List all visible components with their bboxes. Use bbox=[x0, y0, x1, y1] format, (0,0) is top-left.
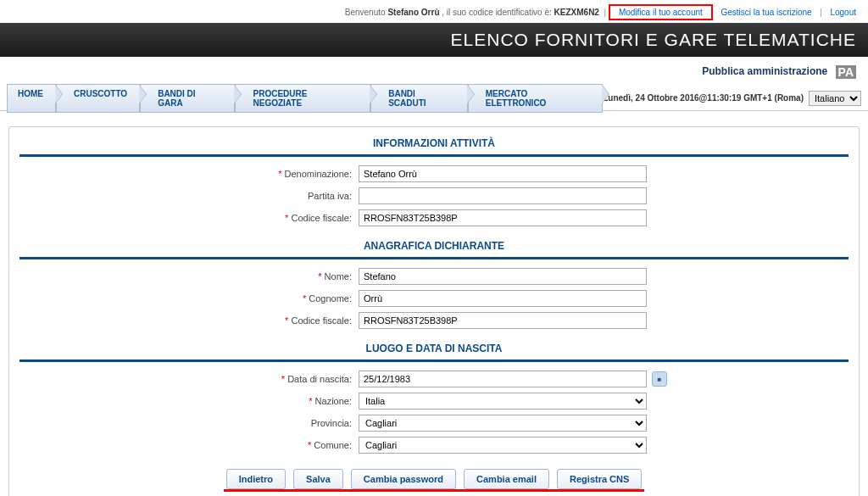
label-denominazione: Denominazione: bbox=[19, 169, 359, 179]
modify-account-highlight: Modifica il tuo account bbox=[609, 4, 713, 20]
label-provincia: Provincia: bbox=[19, 418, 359, 428]
label-data-nascita: Data di nascita: bbox=[19, 374, 359, 384]
nav-tab-cruscotto[interactable]: CRUSCOTTO bbox=[56, 84, 140, 113]
logout-link[interactable]: Logout bbox=[826, 8, 860, 17]
label-nome: Nome: bbox=[19, 271, 359, 281]
sub-header: Pubblica amministrazione PA bbox=[0, 57, 868, 86]
welcome-prefix: Benvenuto bbox=[345, 8, 386, 17]
nav-right: Lunedì, 24 Ottobre 2016@11:30:19 GMT+1 (… bbox=[603, 91, 861, 106]
label-cognome: Cognome: bbox=[19, 293, 359, 304]
modify-account-link[interactable]: Modifica il tuo account bbox=[615, 8, 706, 17]
registra-cns-button[interactable]: Registra CNS bbox=[557, 469, 642, 489]
code-text: , il suo codice identificativo è: bbox=[442, 8, 552, 17]
row-denominazione: Denominazione: bbox=[19, 165, 849, 182]
input-cf2[interactable] bbox=[359, 312, 647, 329]
calendar-icon[interactable]: ■ bbox=[652, 371, 667, 387]
label-piva: Partita iva: bbox=[19, 191, 359, 201]
nav-tab-procedure[interactable]: PROCEDURE NEGOZIATE bbox=[235, 84, 370, 113]
button-row: Indietro Salva Cambia password Cambia em… bbox=[19, 469, 849, 492]
row-comune: Comune: Cagliari bbox=[19, 437, 849, 454]
separator: | bbox=[604, 8, 607, 17]
input-denominazione[interactable] bbox=[359, 165, 647, 182]
top-links-bar: Benvenuto Stefano Orrù , il suo codice i… bbox=[0, 0, 868, 23]
cambia-email-button[interactable]: Cambia email bbox=[464, 469, 549, 489]
separator: | bbox=[820, 8, 822, 17]
button-group-highlight: Indietro Salva Cambia password Cambia em… bbox=[224, 469, 645, 492]
section-title-birth: LUOGO E DATA DI NASCITA bbox=[19, 334, 849, 362]
label-comune: Comune: bbox=[19, 440, 359, 450]
nav-row: HOME CRUSCOTTO BANDI DI GARA PROCEDURE N… bbox=[0, 86, 868, 111]
header-title: ELENCO FORNITORI E GARE TELEMATICHE bbox=[451, 30, 856, 49]
nav-tab-home[interactable]: HOME bbox=[7, 84, 56, 113]
label-cf1: Codice fiscale: bbox=[19, 213, 359, 223]
input-piva[interactable] bbox=[359, 187, 647, 204]
nav-tab-mercato[interactable]: MERCATO ELETTRONICO bbox=[468, 84, 604, 113]
form-container: INFORMAZIONI ATTIVITÀ Denominazione: Par… bbox=[8, 126, 860, 496]
row-provincia: Provincia: Cagliari bbox=[19, 415, 849, 432]
section-title-info: INFORMAZIONI ATTIVITÀ bbox=[19, 129, 849, 157]
row-cognome: Cognome: bbox=[19, 290, 849, 307]
select-comune[interactable]: Cagliari bbox=[359, 437, 647, 454]
select-nazione[interactable]: Italia bbox=[359, 393, 647, 410]
input-data-nascita[interactable] bbox=[359, 371, 647, 387]
language-select[interactable]: Italiano bbox=[809, 91, 861, 106]
indietro-button[interactable]: Indietro bbox=[226, 469, 286, 489]
row-data-nascita: Data di nascita: ■ bbox=[19, 371, 849, 387]
section-title-anag: ANAGRAFICA DICHIARANTE bbox=[19, 231, 849, 259]
salva-button[interactable]: Salva bbox=[293, 469, 343, 489]
code-value: KEZXM6N2 bbox=[554, 8, 599, 17]
row-piva: Partita iva: bbox=[19, 187, 849, 204]
row-nazione: Nazione: Italia bbox=[19, 393, 849, 410]
datetime-label: Lunedì, 24 Ottobre 2016@11:30:19 GMT+1 (… bbox=[603, 93, 804, 103]
manage-subscription-link[interactable]: Gestisci la tua iscrizione bbox=[717, 8, 815, 17]
nav-tabs: HOME CRUSCOTTO BANDI DI GARA PROCEDURE N… bbox=[7, 84, 603, 113]
pa-badge: PA bbox=[836, 65, 856, 79]
label-cf2: Codice fiscale: bbox=[19, 315, 359, 326]
header-title-bar: ELENCO FORNITORI E GARE TELEMATICHE bbox=[0, 23, 868, 57]
sub-header-text: Pubblica amministrazione bbox=[702, 65, 827, 77]
welcome-username: Stefano Orrù bbox=[387, 8, 439, 17]
select-provincia[interactable]: Cagliari bbox=[359, 415, 647, 432]
row-cf1: Codice fiscale: bbox=[19, 209, 849, 226]
input-cognome[interactable] bbox=[359, 290, 647, 307]
nav-tab-scaduti[interactable]: BANDI SCADUTI bbox=[370, 84, 468, 113]
label-nazione: Nazione: bbox=[19, 396, 359, 406]
cambia-password-button[interactable]: Cambia password bbox=[351, 469, 456, 489]
nav-tab-bandi[interactable]: BANDI DI GARA bbox=[140, 84, 235, 113]
row-cf2: Codice fiscale: bbox=[19, 312, 849, 329]
input-nome[interactable] bbox=[359, 268, 647, 285]
input-cf1[interactable] bbox=[359, 209, 647, 226]
row-nome: Nome: bbox=[19, 268, 849, 285]
